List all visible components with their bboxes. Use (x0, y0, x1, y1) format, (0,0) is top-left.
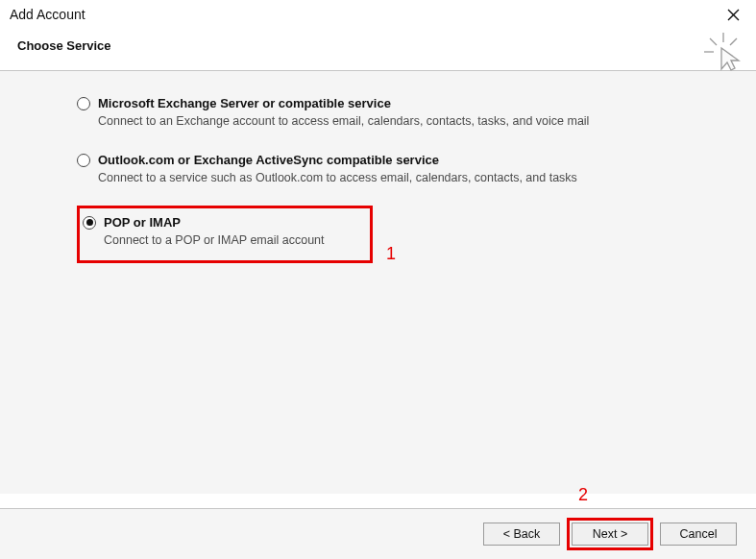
add-account-dialog: Add Account Choose Service Microsoft (0, 0, 756, 559)
next-button[interactable]: Next > (572, 523, 648, 546)
titlebar: Add Account (0, 0, 756, 29)
annotation-number-2: 2 (578, 485, 588, 505)
close-icon (727, 9, 740, 21)
page-heading: Choose Service (17, 38, 756, 53)
option-pop-imap[interactable]: POP or IMAP Connect to a POP or IMAP ema… (83, 211, 356, 253)
header-zone: Choose Service (0, 29, 756, 70)
option-desc: Connect to an Exchange account to access… (98, 114, 731, 128)
cancel-button[interactable]: Cancel (660, 523, 737, 546)
radio-icon[interactable] (77, 97, 90, 110)
option-activesync[interactable]: Outlook.com or Exchange ActiveSync compa… (77, 149, 737, 190)
option-title: Microsoft Exchange Server or compatible … (98, 96, 391, 110)
annotation-highlight-box: POP or IMAP Connect to a POP or IMAP ema… (77, 206, 373, 263)
radio-icon[interactable] (77, 154, 90, 167)
annotation-number-1: 1 (386, 244, 396, 264)
option-title: POP or IMAP (104, 215, 181, 230)
option-title: Outlook.com or Exchange ActiveSync compa… (98, 153, 439, 167)
dialog-footer: < Back Next > Cancel (0, 508, 756, 559)
radio-icon[interactable] (83, 216, 96, 230)
body-area: Microsoft Exchange Server or compatible … (0, 71, 756, 494)
window-title: Add Account (10, 7, 85, 22)
option-exchange[interactable]: Microsoft Exchange Server or compatible … (77, 92, 737, 134)
svg-line-3 (710, 38, 717, 45)
option-desc: Connect to a service such as Outlook.com… (98, 171, 731, 184)
close-button[interactable] (719, 1, 746, 28)
back-button[interactable]: < Back (483, 523, 560, 546)
cursor-sparkle-icon (702, 31, 744, 73)
svg-line-4 (730, 38, 737, 45)
option-desc: Connect to a POP or IMAP email account (104, 233, 351, 247)
